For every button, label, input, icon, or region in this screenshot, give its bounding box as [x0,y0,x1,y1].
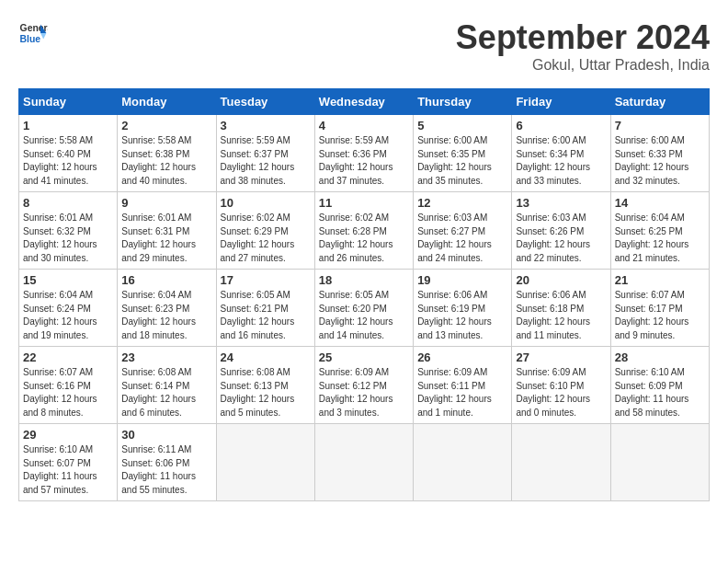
day-info: Sunrise: 5:59 AM Sunset: 6:37 PM Dayligh… [221,134,311,188]
title-block: September 2024 Gokul, Uttar Pradesh, Ind… [456,18,710,74]
calendar-cell-empty-4-4 [414,424,512,501]
day-number: 18 [319,273,409,287]
day-info: Sunrise: 6:02 AM Sunset: 6:29 PM Dayligh… [221,212,311,265]
day-info: Sunrise: 6:10 AM Sunset: 6:09 PM Dayligh… [615,366,705,419]
calendar-cell-1: 1Sunrise: 5:58 AM Sunset: 6:40 PM Daylig… [19,115,118,192]
weekday-header-monday: Monday [118,89,216,115]
day-number: 8 [23,196,113,210]
page-header: General Blue September 2024 Gokul, Uttar… [18,18,710,74]
day-info: Sunrise: 6:05 AM Sunset: 6:21 PM Dayligh… [221,289,311,342]
calendar-cell-27: 27Sunrise: 6:09 AM Sunset: 6:10 PM Dayli… [512,347,610,424]
day-number: 20 [516,273,606,287]
calendar-cell-15: 15Sunrise: 6:04 AM Sunset: 6:24 PM Dayli… [19,270,118,347]
weekday-header-saturday: Saturday [610,89,709,115]
day-info: Sunrise: 6:11 AM Sunset: 6:06 PM Dayligh… [121,443,211,497]
day-number: 13 [516,196,606,210]
calendar-week-5: 29Sunrise: 6:10 AM Sunset: 6:07 PM Dayli… [19,424,710,501]
day-number: 27 [516,350,606,364]
calendar-cell-17: 17Sunrise: 6:05 AM Sunset: 6:21 PM Dayli… [216,270,314,347]
day-number: 30 [121,428,211,442]
weekday-header-wednesday: Wednesday [314,89,413,115]
calendar-cell-13: 13Sunrise: 6:03 AM Sunset: 6:26 PM Dayli… [512,192,610,270]
day-info: Sunrise: 6:04 AM Sunset: 6:25 PM Dayligh… [615,212,705,265]
day-number: 5 [417,119,507,132]
day-info: Sunrise: 6:07 AM Sunset: 6:16 PM Dayligh… [23,366,113,419]
day-info: Sunrise: 6:05 AM Sunset: 6:20 PM Dayligh… [319,289,409,342]
calendar-cell-24: 24Sunrise: 6:08 AM Sunset: 6:13 PM Dayli… [216,347,314,424]
day-info: Sunrise: 6:04 AM Sunset: 6:23 PM Dayligh… [121,289,211,342]
weekday-header-friday: Friday [512,89,610,115]
day-number: 1 [23,119,113,132]
calendar-week-4: 22Sunrise: 6:07 AM Sunset: 6:16 PM Dayli… [19,347,710,424]
day-info: Sunrise: 5:58 AM Sunset: 6:40 PM Dayligh… [23,134,113,188]
day-number: 24 [221,350,311,364]
month-title: September 2024 [456,18,710,57]
day-info: Sunrise: 6:00 AM Sunset: 6:33 PM Dayligh… [615,134,705,188]
day-info: Sunrise: 6:01 AM Sunset: 6:31 PM Dayligh… [121,212,211,265]
calendar-cell-8: 8Sunrise: 6:01 AM Sunset: 6:32 PM Daylig… [19,192,118,270]
day-info: Sunrise: 6:09 AM Sunset: 6:11 PM Dayligh… [417,366,507,419]
day-number: 25 [319,350,409,364]
day-number: 12 [417,196,507,210]
calendar-cell-2: 2Sunrise: 5:58 AM Sunset: 6:38 PM Daylig… [118,115,216,192]
day-info: Sunrise: 6:08 AM Sunset: 6:13 PM Dayligh… [221,366,311,419]
day-number: 3 [221,119,311,132]
day-info: Sunrise: 6:10 AM Sunset: 6:07 PM Dayligh… [23,443,113,497]
calendar-cell-19: 19Sunrise: 6:06 AM Sunset: 6:19 PM Dayli… [414,270,512,347]
day-number: 23 [121,350,211,364]
day-number: 7 [615,119,705,132]
calendar-cell-4: 4Sunrise: 5:59 AM Sunset: 6:36 PM Daylig… [314,115,413,192]
weekday-header-row: SundayMondayTuesdayWednesdayThursdayFrid… [19,89,710,115]
calendar-week-2: 8Sunrise: 6:01 AM Sunset: 6:32 PM Daylig… [19,192,710,270]
day-info: Sunrise: 6:01 AM Sunset: 6:32 PM Dayligh… [23,212,113,265]
calendar-cell-28: 28Sunrise: 6:10 AM Sunset: 6:09 PM Dayli… [610,347,709,424]
location-subtitle: Gokul, Uttar Pradesh, India [456,57,710,74]
day-info: Sunrise: 5:58 AM Sunset: 6:38 PM Dayligh… [121,134,211,188]
day-info: Sunrise: 6:06 AM Sunset: 6:19 PM Dayligh… [417,289,507,342]
calendar-cell-7: 7Sunrise: 6:00 AM Sunset: 6:33 PM Daylig… [610,115,709,192]
day-number: 4 [319,119,409,132]
day-info: Sunrise: 6:03 AM Sunset: 6:26 PM Dayligh… [516,212,606,265]
calendar-cell-5: 5Sunrise: 6:00 AM Sunset: 6:35 PM Daylig… [414,115,512,192]
calendar-cell-empty-4-6 [610,424,709,501]
calendar-cell-10: 10Sunrise: 6:02 AM Sunset: 6:29 PM Dayli… [216,192,314,270]
day-info: Sunrise: 6:02 AM Sunset: 6:28 PM Dayligh… [319,212,409,265]
calendar-cell-30: 30Sunrise: 6:11 AM Sunset: 6:06 PM Dayli… [118,424,216,501]
calendar-cell-11: 11Sunrise: 6:02 AM Sunset: 6:28 PM Dayli… [314,192,413,270]
calendar-cell-6: 6Sunrise: 6:00 AM Sunset: 6:34 PM Daylig… [512,115,610,192]
calendar-cell-25: 25Sunrise: 6:09 AM Sunset: 6:12 PM Dayli… [314,347,413,424]
day-number: 11 [319,196,409,210]
calendar-cell-26: 26Sunrise: 6:09 AM Sunset: 6:11 PM Dayli… [414,347,512,424]
day-info: Sunrise: 6:00 AM Sunset: 6:34 PM Dayligh… [516,134,606,188]
calendar-cell-3: 3Sunrise: 5:59 AM Sunset: 6:37 PM Daylig… [216,115,314,192]
day-info: Sunrise: 6:08 AM Sunset: 6:14 PM Dayligh… [121,366,211,419]
day-info: Sunrise: 6:09 AM Sunset: 6:10 PM Dayligh… [516,366,606,419]
day-number: 16 [121,273,211,287]
day-info: Sunrise: 6:09 AM Sunset: 6:12 PM Dayligh… [319,366,409,419]
day-info: Sunrise: 6:00 AM Sunset: 6:35 PM Dayligh… [417,134,507,188]
day-info: Sunrise: 6:04 AM Sunset: 6:24 PM Dayligh… [23,289,113,342]
calendar-table: SundayMondayTuesdayWednesdayThursdayFrid… [18,88,710,501]
calendar-cell-16: 16Sunrise: 6:04 AM Sunset: 6:23 PM Dayli… [118,270,216,347]
day-number: 19 [417,273,507,287]
day-number: 17 [221,273,311,287]
calendar-cell-empty-4-5 [512,424,610,501]
calendar-cell-9: 9Sunrise: 6:01 AM Sunset: 6:31 PM Daylig… [118,192,216,270]
day-number: 6 [516,119,606,132]
day-number: 10 [221,196,311,210]
day-info: Sunrise: 6:03 AM Sunset: 6:27 PM Dayligh… [417,212,507,265]
weekday-header-tuesday: Tuesday [216,89,314,115]
calendar-cell-29: 29Sunrise: 6:10 AM Sunset: 6:07 PM Dayli… [19,424,118,501]
calendar-week-3: 15Sunrise: 6:04 AM Sunset: 6:24 PM Dayli… [19,270,710,347]
calendar-cell-empty-4-3 [314,424,413,501]
day-info: Sunrise: 5:59 AM Sunset: 6:36 PM Dayligh… [319,134,409,188]
calendar-cell-23: 23Sunrise: 6:08 AM Sunset: 6:14 PM Dayli… [118,347,216,424]
calendar-cell-18: 18Sunrise: 6:05 AM Sunset: 6:20 PM Dayli… [314,270,413,347]
day-number: 9 [121,196,211,210]
svg-marker-3 [40,33,46,39]
logo-icon: General Blue [18,18,48,48]
day-number: 29 [23,428,113,442]
day-number: 26 [417,350,507,364]
day-number: 15 [23,273,113,287]
day-info: Sunrise: 6:07 AM Sunset: 6:17 PM Dayligh… [615,289,705,342]
